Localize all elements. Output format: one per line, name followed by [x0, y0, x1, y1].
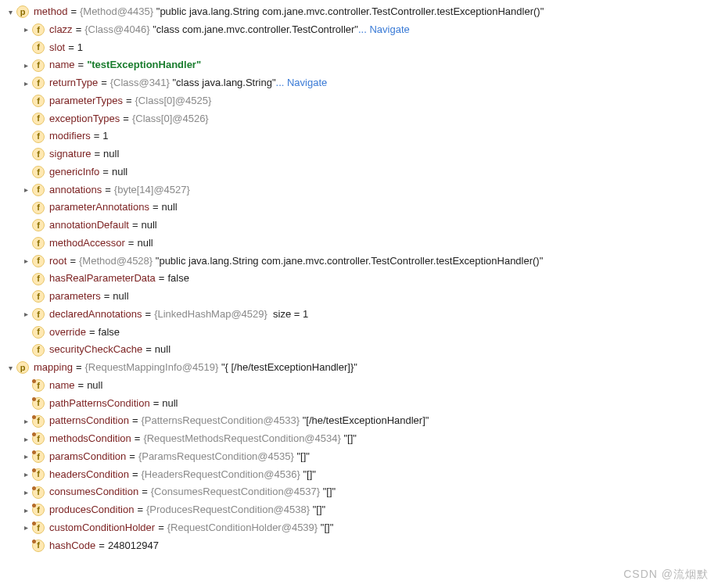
tree-row-declaredannotations[interactable]: ▸ f declaredAnnotations = {LinkedHashMap…	[0, 306, 718, 324]
tree-row-parameters[interactable]: f parameters = null	[0, 288, 718, 306]
tree-row-consumescondition[interactable]: ▸ f consumesCondition = {ConsumesRequest…	[0, 483, 718, 501]
tree-row-securitycheckcache[interactable]: f securityCheckCache = null	[0, 341, 718, 359]
field-icon: f	[32, 468, 45, 481]
chevron-right-icon[interactable]: ▸	[20, 183, 32, 197]
field-icon: f	[32, 113, 45, 125]
chevron-right-icon[interactable]: ▸	[20, 77, 32, 91]
tree-row-parametertypes[interactable]: f parameterTypes = {Class[0]@4525}	[0, 92, 718, 110]
tree-row-root[interactable]: ▸ f root = {Method@4528} "public java.la…	[0, 253, 718, 271]
field-icon: f	[32, 450, 45, 463]
field-icon: f	[32, 219, 45, 231]
chevron-down-icon[interactable]: ▾	[4, 5, 16, 20]
tree-row-clazz[interactable]: ▸ f clazz = {Class@4046} "class com.jane…	[0, 21, 718, 39]
field-icon: f	[32, 23, 45, 36]
tree-row-hasrealparameterdata[interactable]: f hasRealParameterData = false	[0, 270, 718, 288]
tree-row-name[interactable]: ▸ f name = "testExceptionHandler"	[0, 56, 718, 74]
field-icon: f	[32, 202, 45, 214]
field-icon: f	[32, 237, 45, 249]
tree-row-paramscondition[interactable]: ▸ f paramsCondition = {ParamsRequestCond…	[0, 448, 718, 466]
property-icon: p	[16, 361, 29, 374]
tree-row-annotations[interactable]: ▸ f annotations = {byte[14]@4527}	[0, 181, 718, 199]
navigate-link[interactable]: ... Navigate	[276, 74, 328, 92]
navigate-link[interactable]: ... Navigate	[358, 21, 410, 39]
field-icon: f	[32, 290, 45, 303]
property-icon: p	[16, 5, 29, 18]
tree-row-customconditionholder[interactable]: ▸ f customConditionHolder = {RequestCond…	[0, 519, 718, 537]
tree-row-methodaccessor[interactable]: f methodAccessor = null	[0, 235, 718, 253]
chevron-right-icon[interactable]: ▸	[20, 59, 32, 73]
field-icon: f	[32, 308, 45, 321]
chevron-right-icon[interactable]: ▸	[20, 414, 32, 428]
tree-row-method[interactable]: ▾ p method = {Method@4435} "public java.…	[0, 3, 718, 21]
field-icon: f	[32, 397, 45, 410]
field-icon: f	[32, 41, 45, 54]
field-icon: f	[32, 504, 45, 516]
field-icon: f	[32, 95, 45, 107]
chevron-right-icon[interactable]: ▸	[20, 486, 32, 500]
tree-row-returntype[interactable]: ▸ f returnType = {Class@341} "class java…	[0, 74, 718, 92]
field-icon: f	[32, 344, 45, 357]
tree-row-hashcode[interactable]: f hashCode = 248012947	[0, 537, 718, 555]
tree-row-parameterannotations[interactable]: f parameterAnnotations = null	[0, 199, 718, 217]
chevron-right-icon[interactable]: ▸	[20, 254, 32, 268]
tree-row-mapping[interactable]: ▾ p mapping = {RequestMappingInfo@4519} …	[0, 359, 718, 377]
tree-row-annotationdefault[interactable]: f annotationDefault = null	[0, 217, 718, 235]
ref: {Method@4435}	[80, 3, 153, 21]
field-icon: f	[32, 326, 45, 339]
field-name: method	[34, 3, 67, 21]
field-icon: f	[32, 415, 45, 428]
tree-row-headerscondition[interactable]: ▸ f headersCondition = {HeadersRequestCo…	[0, 466, 718, 484]
field-icon: f	[32, 77, 45, 89]
chevron-right-icon[interactable]: ▸	[20, 432, 32, 446]
field-icon: f	[32, 131, 45, 143]
tree-row-mapping-name[interactable]: f name = null	[0, 377, 718, 395]
equals: =	[70, 3, 77, 21]
field-icon: f	[32, 432, 45, 445]
tree-row-signature[interactable]: f signature = null	[0, 145, 718, 163]
field-icon: f	[32, 255, 45, 267]
field-icon: f	[32, 379, 45, 392]
field-icon: f	[32, 486, 45, 499]
chevron-right-icon[interactable]: ▸	[20, 521, 32, 535]
tree-row-producescondition[interactable]: ▸ f producesCondition = {ProducesRequest…	[0, 501, 718, 519]
chevron-right-icon[interactable]: ▸	[20, 23, 32, 37]
tree-row-genericinfo[interactable]: f genericInfo = null	[0, 163, 718, 181]
chevron-down-icon[interactable]: ▾	[4, 361, 16, 375]
field-icon: f	[32, 540, 45, 552]
chevron-right-icon[interactable]: ▸	[20, 468, 32, 482]
value: "public java.lang.String com.jane.mvc.co…	[156, 3, 544, 21]
chevron-right-icon[interactable]: ▸	[20, 450, 32, 464]
tree-row-slot[interactable]: f slot = 1	[0, 39, 718, 57]
tree-row-override[interactable]: f override = false	[0, 324, 718, 342]
tree-row-modifiers[interactable]: f modifiers = 1	[0, 127, 718, 145]
chevron-right-icon[interactable]: ▸	[20, 504, 32, 518]
field-icon: f	[32, 59, 45, 72]
tree-row-methodscondition[interactable]: ▸ f methodsCondition = {RequestMethodsRe…	[0, 430, 718, 448]
field-icon: f	[32, 184, 45, 196]
field-icon: f	[32, 273, 45, 285]
chevron-right-icon[interactable]: ▸	[20, 307, 32, 321]
tree-row-pathpatternscondition[interactable]: f pathPatternsCondition = null	[0, 395, 718, 413]
field-icon: f	[32, 166, 45, 178]
field-icon: f	[32, 148, 45, 160]
tree-row-exceptiontypes[interactable]: f exceptionTypes = {Class[0]@4526}	[0, 110, 718, 128]
field-icon: f	[32, 522, 45, 534]
tree-row-patternscondition[interactable]: ▸ f patternsCondition = {PatternsRequest…	[0, 412, 718, 430]
